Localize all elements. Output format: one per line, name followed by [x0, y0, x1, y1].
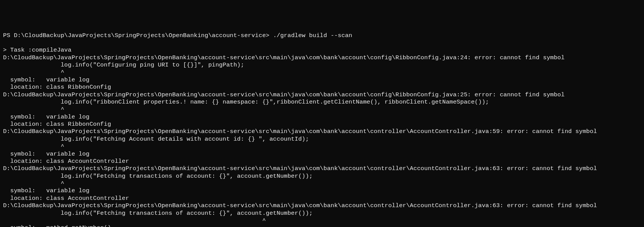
output-line: log.info("Configuring ping URI to [{}]",…: [3, 62, 641, 69]
output-line: log.info("Fetching transactions of accou…: [3, 173, 641, 180]
output-line: ^: [3, 180, 641, 187]
output-line: location: class RibbonConfig: [3, 121, 641, 128]
prompt-line: PS D:\CloudBackup\JavaProjects\SpringPro…: [3, 32, 641, 39]
output-line: log.info("Fetching transactions of accou…: [3, 210, 641, 217]
output-line: symbol: method getNumber(): [3, 224, 641, 227]
output-line: symbol: variable log: [3, 187, 641, 195]
output-line: location: class AccountController: [3, 195, 641, 202]
output-line: > Task :compileJava: [3, 47, 641, 54]
output-line: D:\CloudBackup\JavaProjects\SpringProjec…: [3, 202, 641, 209]
output-line: log.info("Fetching Account details with …: [3, 136, 641, 143]
output-line: [3, 39, 641, 47]
output-line: symbol: variable log: [3, 151, 641, 158]
output-line: ^: [3, 106, 641, 113]
output-line: D:\CloudBackup\JavaProjects\SpringProjec…: [3, 91, 641, 99]
output-line: ^: [3, 69, 641, 76]
output-line: D:\CloudBackup\JavaProjects\SpringProjec…: [3, 54, 641, 62]
output-line: D:\CloudBackup\JavaProjects\SpringProjec…: [3, 128, 641, 135]
output-line: ^: [3, 143, 641, 150]
output-line: symbol: variable log: [3, 76, 641, 84]
prompt-ps: PS: [3, 32, 14, 39]
command-text: ./gradlew build --scan: [273, 32, 352, 39]
prompt-arrow: >: [266, 32, 273, 39]
terminal-output[interactable]: PS D:\CloudBackup\JavaProjects\SpringPro…: [3, 32, 641, 227]
output-line: location: class AccountController: [3, 158, 641, 165]
output-line: log.info("ribbonClient properties.! name…: [3, 99, 641, 106]
output-line: ^: [3, 217, 641, 224]
output-line: D:\CloudBackup\JavaProjects\SpringProjec…: [3, 165, 641, 172]
output-line: location: class RibbonConfig: [3, 84, 641, 91]
prompt-path: D:\CloudBackup\JavaProjects\SpringProjec…: [14, 32, 266, 39]
output-line: symbol: variable log: [3, 114, 641, 121]
output-lines: > Task :compileJavaD:\CloudBackup\JavaPr…: [3, 39, 641, 227]
